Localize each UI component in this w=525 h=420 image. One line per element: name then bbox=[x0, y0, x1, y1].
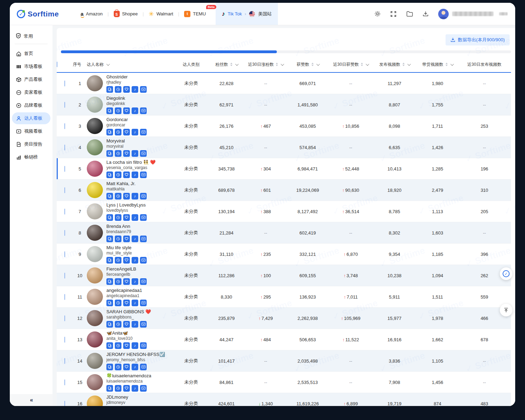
filter-chevron-icon[interactable] bbox=[450, 62, 454, 66]
row-checkbox[interactable] bbox=[64, 102, 65, 108]
heart-icon[interactable] bbox=[123, 86, 130, 93]
tiktok-icon[interactable]: ♪ bbox=[132, 107, 138, 114]
column-header-4[interactable]: 粉丝数 bbox=[208, 62, 245, 68]
heart-icon[interactable] bbox=[123, 150, 130, 157]
sort-icon[interactable] bbox=[402, 63, 405, 66]
heart-icon[interactable] bbox=[123, 321, 130, 328]
mail-icon[interactable] bbox=[140, 321, 147, 328]
tiktok-icon[interactable]: ♪ bbox=[132, 150, 138, 157]
tiktok-icon[interactable]: ♪ bbox=[132, 86, 138, 93]
tiktok-icon[interactable]: ♪ bbox=[132, 172, 138, 178]
history-icon[interactable] bbox=[115, 150, 121, 157]
copy-icon[interactable] bbox=[106, 364, 113, 370]
copy-icon[interactable] bbox=[106, 129, 113, 135]
mail-icon[interactable] bbox=[140, 193, 147, 200]
heart-icon[interactable] bbox=[123, 129, 130, 135]
platform-tab-shopee[interactable]: SShopee bbox=[109, 3, 143, 25]
mail-icon[interactable] bbox=[140, 364, 147, 370]
tiktok-icon[interactable]: ♪ bbox=[132, 257, 138, 264]
filter-chevron-icon[interactable] bbox=[316, 62, 320, 66]
row-checkbox[interactable] bbox=[64, 315, 65, 321]
copy-icon[interactable] bbox=[106, 236, 113, 242]
heart-icon[interactable] bbox=[123, 364, 130, 370]
influencer-avatar[interactable] bbox=[87, 289, 103, 305]
row-checkbox[interactable] bbox=[64, 294, 65, 300]
platform-tab-temu[interactable]: tTEMUBeta bbox=[179, 3, 211, 25]
filter-chevron-icon[interactable] bbox=[366, 62, 369, 66]
history-icon[interactable] bbox=[115, 300, 121, 306]
influencer-avatar[interactable] bbox=[87, 75, 103, 91]
influencer-avatar[interactable] bbox=[87, 374, 103, 390]
copy-icon[interactable] bbox=[106, 321, 113, 328]
heart-icon[interactable] bbox=[123, 214, 130, 221]
heart-icon[interactable] bbox=[123, 193, 130, 200]
column-header-9[interactable]: 带货视频数 bbox=[416, 62, 458, 68]
sort-icon[interactable] bbox=[230, 63, 232, 66]
tiktok-icon[interactable]: ♪ bbox=[132, 321, 138, 328]
column-header-3[interactable]: 达人类别 bbox=[174, 62, 208, 68]
sidebar-item-类目报告[interactable]: 类目报告 bbox=[12, 138, 50, 150]
download-icon[interactable] bbox=[422, 10, 429, 18]
copy-icon[interactable] bbox=[106, 278, 113, 285]
copy-icon[interactable] bbox=[106, 385, 113, 392]
influencer-avatar[interactable] bbox=[87, 331, 103, 348]
influencer-name[interactable]: 🦋Anita🦋 bbox=[106, 330, 147, 336]
fullscreen-icon[interactable] bbox=[390, 10, 397, 18]
mail-icon[interactable] bbox=[140, 257, 147, 264]
column-header-6[interactable]: 获赞数 bbox=[286, 62, 329, 68]
column-header-7[interactable]: 近30日获赞数 bbox=[329, 62, 372, 68]
column-header-1[interactable]: 序号 bbox=[73, 62, 87, 68]
tiktok-icon[interactable]: ♪ bbox=[132, 236, 138, 242]
mail-icon[interactable] bbox=[140, 236, 147, 242]
history-icon[interactable] bbox=[115, 342, 121, 349]
sidebar-item-卖家看板[interactable]: 卖家看板 bbox=[12, 86, 50, 98]
copy-icon[interactable] bbox=[106, 300, 113, 306]
copy-icon[interactable] bbox=[106, 172, 113, 178]
influencer-name[interactable]: JDLmoney bbox=[106, 394, 147, 400]
influencer-avatar[interactable] bbox=[87, 139, 103, 155]
copy-icon[interactable] bbox=[106, 214, 113, 221]
filter-chevron-icon[interactable] bbox=[281, 62, 284, 66]
sidebar-item-首页[interactable]: 首页 bbox=[12, 48, 50, 59]
heart-icon[interactable] bbox=[123, 385, 130, 392]
sidebar-item-市场看板[interactable]: 市场看板 bbox=[12, 61, 50, 72]
copy-icon[interactable] bbox=[106, 107, 113, 114]
heart-icon[interactable] bbox=[123, 107, 130, 114]
history-icon[interactable] bbox=[115, 172, 121, 178]
tiktok-icon[interactable]: ♪ bbox=[132, 129, 138, 135]
back-to-top-button[interactable] bbox=[500, 304, 512, 316]
history-icon[interactable] bbox=[115, 214, 121, 221]
export-data-button[interactable]: 数据导出(本月900/900) bbox=[446, 34, 510, 46]
settings-gear-icon[interactable] bbox=[374, 10, 381, 18]
influencer-avatar[interactable] bbox=[87, 182, 103, 198]
tiktok-icon[interactable]: ♪ bbox=[132, 193, 138, 200]
tiktok-icon[interactable]: ♪ bbox=[132, 364, 138, 370]
row-checkbox[interactable] bbox=[64, 80, 65, 86]
heart-icon[interactable] bbox=[123, 300, 130, 306]
history-icon[interactable] bbox=[115, 257, 121, 264]
influencer-avatar[interactable] bbox=[87, 396, 103, 406]
mail-icon[interactable] bbox=[140, 385, 147, 392]
influencer-avatar[interactable] bbox=[87, 353, 103, 369]
copy-icon[interactable] bbox=[106, 342, 113, 349]
influencer-name[interactable]: Matt Kahla, Jr. bbox=[106, 181, 147, 187]
row-checkbox[interactable] bbox=[64, 230, 65, 236]
history-icon[interactable] bbox=[115, 364, 121, 370]
influencer-avatar[interactable] bbox=[87, 267, 103, 284]
row-checkbox[interactable] bbox=[64, 166, 65, 172]
influencer-avatar[interactable] bbox=[87, 225, 103, 241]
sort-icon[interactable] bbox=[446, 63, 448, 66]
influencer-name[interactable]: Moryviral bbox=[106, 138, 147, 144]
history-icon[interactable] bbox=[115, 86, 121, 93]
mail-icon[interactable] bbox=[140, 342, 147, 349]
influencer-avatar[interactable] bbox=[87, 246, 103, 262]
history-icon[interactable] bbox=[115, 321, 121, 328]
history-icon[interactable] bbox=[115, 236, 121, 242]
column-header-10[interactable]: 近30日发布视频数 bbox=[458, 62, 510, 68]
row-checkbox[interactable] bbox=[64, 337, 65, 343]
row-checkbox[interactable] bbox=[64, 187, 65, 193]
tiktok-icon[interactable]: ♪ bbox=[132, 300, 138, 306]
tiktok-icon[interactable]: ♪ bbox=[132, 342, 138, 349]
user-account[interactable] bbox=[438, 9, 507, 19]
platform-tab-amazon[interactable]: aAmazon bbox=[76, 3, 107, 25]
